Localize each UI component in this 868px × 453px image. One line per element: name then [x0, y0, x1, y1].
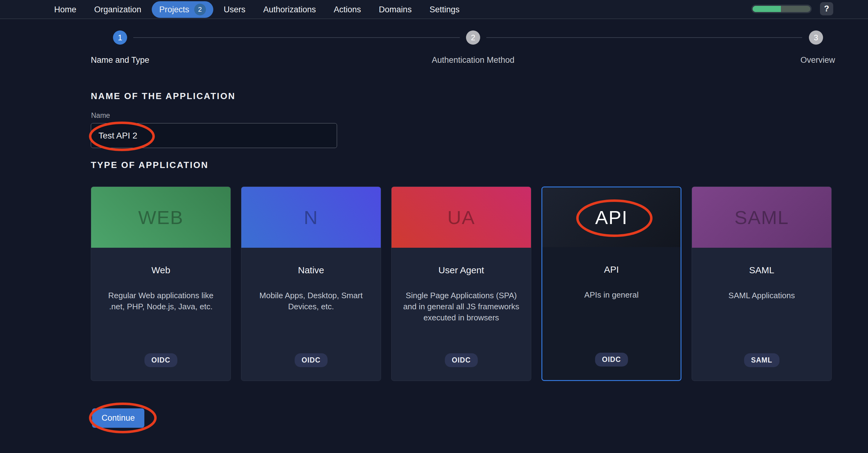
stepper-line-1	[133, 37, 460, 38]
app-type-card-header-text: N	[304, 206, 318, 228]
app-type-card-title: API	[604, 264, 619, 275]
protocol-badge: OIDC	[595, 353, 628, 366]
stepper-step-2-label: Authentication Method	[432, 55, 515, 65]
app-type-card-title: Native	[298, 265, 324, 276]
app-type-card-user-agent[interactable]: UA User Agent Single Page Applications (…	[391, 187, 531, 381]
app-type-card-header: N	[241, 187, 381, 248]
app-type-card-description: Regular Web applications like .net, PHP,…	[101, 290, 220, 312]
app-type-card-header-text: WEB	[138, 206, 183, 228]
quota-progressbar	[751, 5, 812, 13]
type-section-title: TYPE OF APPLICATION	[91, 160, 208, 170]
nav-menu: Home Organization Projects 2 Users Autho…	[54, 0, 460, 19]
app-type-card-header: API	[542, 187, 681, 247]
nav-item-users[interactable]: Users	[224, 5, 246, 14]
nav-item-label: Actions	[334, 5, 361, 14]
protocol-badge: SAML	[744, 353, 779, 367]
nav-item-home[interactable]: Home	[54, 5, 76, 14]
app-type-card-api[interactable]: API API APIs in general OIDC	[541, 187, 681, 381]
app-type-card-body: Web Regular Web applications like .net, …	[91, 248, 230, 312]
app-type-card-body: Native Mobile Apps, Desktop, Smart Devic…	[241, 248, 381, 312]
stepper-step-3-label: Overview	[800, 55, 835, 65]
app-type-card-description: SAML Applications	[728, 290, 795, 301]
protocol-badge: OIDC	[144, 353, 178, 367]
top-nav: Home Organization Projects 2 Users Autho…	[0, 0, 868, 19]
nav-item-label: Organization	[94, 5, 141, 14]
app-type-card-header: WEB	[91, 187, 230, 248]
stepper-step-3-circle[interactable]: 3	[809, 30, 823, 44]
nav-item-label: Authorizations	[263, 5, 316, 14]
stepper-line-2	[486, 37, 802, 38]
app-type-card-title: SAML	[749, 265, 774, 276]
app-type-card-title: Web	[151, 265, 170, 276]
protocol-badge: OIDC	[294, 353, 328, 367]
stepper-step-1-circle[interactable]: 1	[113, 30, 127, 44]
nav-item-label: Home	[54, 5, 76, 14]
quota-progress-fill	[752, 6, 781, 12]
nav-item-domains[interactable]: Domains	[379, 5, 412, 14]
app-type-card-header-text: UA	[447, 206, 475, 228]
app-type-card-native[interactable]: N Native Mobile Apps, Desktop, Smart Dev…	[241, 187, 381, 381]
app-type-card-body: SAML SAML Applications	[692, 248, 831, 301]
nav-item-badge: 2	[194, 4, 206, 15]
nav-item-label: Users	[224, 5, 246, 14]
app-type-card-web[interactable]: WEB Web Regular Web applications like .n…	[91, 187, 231, 381]
stepper-step-1-label: Name and Type	[91, 55, 149, 65]
app-type-card-body: User Agent Single Page Applications (SPA…	[392, 248, 531, 323]
stepper-step-2-circle[interactable]: 2	[466, 30, 480, 44]
app-type-card-title: User Agent	[438, 265, 484, 276]
help-button[interactable]: ?	[820, 2, 833, 15]
nav-item-label: Domains	[379, 5, 412, 14]
nav-item-authorizations[interactable]: Authorizations	[263, 5, 316, 14]
nav-item-actions[interactable]: Actions	[334, 5, 361, 14]
app-type-card-description: APIs in general	[584, 290, 639, 301]
name-section-title: NAME OF THE APPLICATION	[91, 91, 236, 101]
name-input[interactable]	[91, 123, 337, 148]
app-type-card-header: SAML	[692, 187, 831, 248]
nav-item-projects[interactable]: Projects 2	[152, 1, 213, 18]
app-type-card-header-text: API	[595, 206, 628, 228]
app-type-cards: WEB Web Regular Web applications like .n…	[91, 187, 832, 381]
nav-item-label: Settings	[429, 5, 460, 14]
app-type-card-saml[interactable]: SAML SAML SAML Applications SAML	[692, 187, 832, 381]
app-type-card-description: Mobile Apps, Desktop, Smart Devices, etc…	[252, 290, 370, 312]
app-type-card-header-text: SAML	[735, 206, 789, 228]
app-type-card-description: Single Page Applications (SPA) and in ge…	[402, 290, 521, 323]
app-type-card-header: UA	[392, 187, 531, 248]
nav-item-organization[interactable]: Organization	[94, 5, 141, 14]
app-screen: Home Organization Projects 2 Users Autho…	[0, 0, 868, 453]
nav-item-settings[interactable]: Settings	[429, 5, 460, 14]
protocol-badge: OIDC	[445, 353, 478, 367]
continue-button[interactable]: Continue	[92, 409, 144, 428]
name-field-label: Name	[91, 111, 110, 120]
app-type-card-body: API APIs in general	[542, 247, 681, 301]
nav-item-label: Projects	[159, 5, 189, 14]
